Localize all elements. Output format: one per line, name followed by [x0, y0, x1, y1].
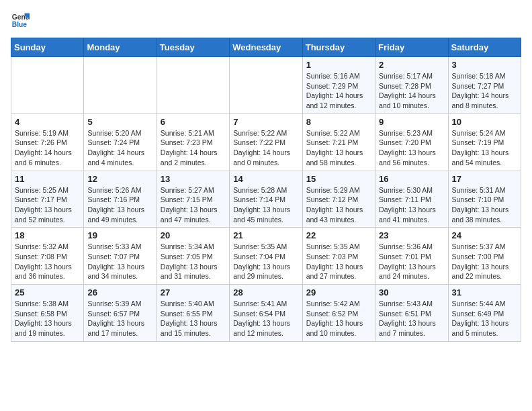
day-info: Sunrise: 5:38 AM Sunset: 6:58 PM Dayligh… — [15, 299, 80, 338]
day-info: Sunrise: 5:21 AM Sunset: 7:23 PM Dayligh… — [161, 128, 226, 168]
day-info: Sunrise: 5:31 AM Sunset: 7:10 PM Dayligh… — [452, 185, 517, 225]
day-number: 6 — [161, 117, 226, 127]
day-info: Sunrise: 5:25 AM Sunset: 7:17 PM Dayligh… — [15, 185, 80, 225]
day-info: Sunrise: 5:44 AM Sunset: 6:49 PM Dayligh… — [452, 299, 517, 338]
day-info: Sunrise: 5:27 AM Sunset: 7:15 PM Dayligh… — [161, 185, 226, 225]
day-number: 7 — [233, 117, 298, 127]
calendar-day-header: Sunday — [11, 38, 84, 57]
day-number: 18 — [15, 230, 80, 240]
calendar-day-cell: 31Sunrise: 5:44 AM Sunset: 6:49 PM Dayli… — [448, 285, 521, 342]
day-info: Sunrise: 5:20 AM Sunset: 7:24 PM Dayligh… — [87, 128, 152, 168]
calendar-day-header: Saturday — [448, 38, 521, 57]
day-number: 28 — [233, 287, 298, 298]
day-number: 21 — [233, 230, 298, 240]
day-number: 16 — [379, 174, 444, 184]
day-info: Sunrise: 5:40 AM Sunset: 6:55 PM Dayligh… — [161, 299, 226, 338]
calendar-day-cell: 27Sunrise: 5:40 AM Sunset: 6:55 PM Dayli… — [157, 285, 229, 342]
day-info: Sunrise: 5:24 AM Sunset: 7:19 PM Dayligh… — [452, 128, 517, 168]
day-info: Sunrise: 5:23 AM Sunset: 7:20 PM Dayligh… — [379, 128, 444, 168]
day-info: Sunrise: 5:18 AM Sunset: 7:27 PM Dayligh… — [452, 71, 517, 111]
day-number: 11 — [15, 174, 80, 184]
calendar-week-row: 11Sunrise: 5:25 AM Sunset: 7:17 PM Dayli… — [11, 171, 521, 228]
day-number: 15 — [306, 174, 371, 184]
day-number: 24 — [452, 230, 517, 240]
calendar-day-cell: 16Sunrise: 5:30 AM Sunset: 7:11 PM Dayli… — [375, 171, 448, 228]
day-info: Sunrise: 5:16 AM Sunset: 7:29 PM Dayligh… — [306, 71, 371, 111]
day-info: Sunrise: 5:33 AM Sunset: 7:07 PM Dayligh… — [87, 242, 152, 281]
day-info: Sunrise: 5:39 AM Sunset: 6:57 PM Dayligh… — [87, 299, 152, 338]
calendar-day-cell: 29Sunrise: 5:42 AM Sunset: 6:52 PM Dayli… — [302, 285, 375, 342]
calendar-day-cell: 2Sunrise: 5:17 AM Sunset: 7:28 PM Daylig… — [375, 57, 448, 114]
day-info: Sunrise: 5:17 AM Sunset: 7:28 PM Dayligh… — [379, 71, 444, 111]
calendar-day-cell: 5Sunrise: 5:20 AM Sunset: 7:24 PM Daylig… — [84, 113, 157, 171]
calendar-day-header: Friday — [375, 38, 448, 57]
day-info: Sunrise: 5:22 AM Sunset: 7:21 PM Dayligh… — [306, 128, 371, 168]
page-header: General Blue — [11, 11, 521, 30]
day-info: Sunrise: 5:22 AM Sunset: 7:22 PM Dayligh… — [233, 128, 298, 168]
day-number: 10 — [452, 117, 517, 127]
calendar-day-cell: 18Sunrise: 5:32 AM Sunset: 7:08 PM Dayli… — [11, 228, 84, 285]
calendar-day-cell — [11, 57, 84, 114]
logo: General Blue — [11, 11, 30, 30]
day-number: 5 — [87, 117, 152, 127]
day-number: 1 — [306, 60, 371, 70]
calendar-table: SundayMondayTuesdayWednesdayThursdayFrid… — [11, 38, 521, 342]
calendar-day-cell: 14Sunrise: 5:28 AM Sunset: 7:14 PM Dayli… — [230, 171, 302, 228]
calendar-day-cell: 21Sunrise: 5:35 AM Sunset: 7:04 PM Dayli… — [230, 228, 302, 285]
calendar-day-cell: 22Sunrise: 5:35 AM Sunset: 7:03 PM Dayli… — [302, 228, 375, 285]
calendar-day-cell: 8Sunrise: 5:22 AM Sunset: 7:21 PM Daylig… — [302, 113, 375, 171]
calendar-day-cell — [157, 57, 229, 114]
calendar-day-cell: 3Sunrise: 5:18 AM Sunset: 7:27 PM Daylig… — [448, 57, 521, 114]
day-number: 29 — [306, 287, 371, 298]
calendar-day-cell: 20Sunrise: 5:34 AM Sunset: 7:05 PM Dayli… — [157, 228, 229, 285]
calendar-day-cell: 10Sunrise: 5:24 AM Sunset: 7:19 PM Dayli… — [448, 113, 521, 171]
day-number: 13 — [161, 174, 226, 184]
calendar-day-cell: 7Sunrise: 5:22 AM Sunset: 7:22 PM Daylig… — [230, 113, 302, 171]
calendar-day-cell: 30Sunrise: 5:43 AM Sunset: 6:51 PM Dayli… — [375, 285, 448, 342]
calendar-day-cell: 25Sunrise: 5:38 AM Sunset: 6:58 PM Dayli… — [11, 285, 84, 342]
day-info: Sunrise: 5:28 AM Sunset: 7:14 PM Dayligh… — [233, 185, 298, 225]
logo-icon: General Blue — [11, 11, 30, 30]
day-number: 23 — [379, 230, 444, 240]
calendar-day-cell: 24Sunrise: 5:37 AM Sunset: 7:00 PM Dayli… — [448, 228, 521, 285]
day-info: Sunrise: 5:35 AM Sunset: 7:04 PM Dayligh… — [233, 242, 298, 281]
calendar-week-row: 18Sunrise: 5:32 AM Sunset: 7:08 PM Dayli… — [11, 228, 521, 285]
day-info: Sunrise: 5:26 AM Sunset: 7:16 PM Dayligh… — [87, 185, 152, 225]
day-number: 8 — [306, 117, 371, 127]
day-info: Sunrise: 5:30 AM Sunset: 7:11 PM Dayligh… — [379, 185, 444, 225]
calendar-day-cell: 19Sunrise: 5:33 AM Sunset: 7:07 PM Dayli… — [84, 228, 157, 285]
calendar-day-cell: 28Sunrise: 5:41 AM Sunset: 6:54 PM Dayli… — [230, 285, 302, 342]
calendar-day-cell: 23Sunrise: 5:36 AM Sunset: 7:01 PM Dayli… — [375, 228, 448, 285]
calendar-day-header: Monday — [84, 38, 157, 57]
calendar-day-cell: 26Sunrise: 5:39 AM Sunset: 6:57 PM Dayli… — [84, 285, 157, 342]
calendar-week-row: 4Sunrise: 5:19 AM Sunset: 7:26 PM Daylig… — [11, 113, 521, 171]
day-info: Sunrise: 5:32 AM Sunset: 7:08 PM Dayligh… — [15, 242, 80, 281]
day-info: Sunrise: 5:34 AM Sunset: 7:05 PM Dayligh… — [161, 242, 226, 281]
day-number: 17 — [452, 174, 517, 184]
day-number: 9 — [379, 117, 444, 127]
day-info: Sunrise: 5:37 AM Sunset: 7:00 PM Dayligh… — [452, 242, 517, 281]
calendar-day-cell: 11Sunrise: 5:25 AM Sunset: 7:17 PM Dayli… — [11, 171, 84, 228]
calendar-day-cell: 6Sunrise: 5:21 AM Sunset: 7:23 PM Daylig… — [157, 113, 229, 171]
calendar-day-header: Tuesday — [157, 38, 229, 57]
day-number: 4 — [15, 117, 80, 127]
calendar-header-row: SundayMondayTuesdayWednesdayThursdayFrid… — [11, 38, 521, 57]
day-number: 20 — [161, 230, 226, 240]
calendar-day-header: Wednesday — [230, 38, 302, 57]
day-number: 2 — [379, 60, 444, 70]
day-number: 14 — [233, 174, 298, 184]
day-info: Sunrise: 5:42 AM Sunset: 6:52 PM Dayligh… — [306, 299, 371, 338]
calendar-day-cell: 15Sunrise: 5:29 AM Sunset: 7:12 PM Dayli… — [302, 171, 375, 228]
calendar-day-cell: 12Sunrise: 5:26 AM Sunset: 7:16 PM Dayli… — [84, 171, 157, 228]
calendar-day-cell: 9Sunrise: 5:23 AM Sunset: 7:20 PM Daylig… — [375, 113, 448, 171]
day-number: 12 — [87, 174, 152, 184]
calendar-day-cell: 17Sunrise: 5:31 AM Sunset: 7:10 PM Dayli… — [448, 171, 521, 228]
day-number: 27 — [161, 287, 226, 298]
day-number: 30 — [379, 287, 444, 298]
svg-text:Blue: Blue — [12, 21, 28, 28]
day-number: 3 — [452, 60, 517, 70]
day-info: Sunrise: 5:29 AM Sunset: 7:12 PM Dayligh… — [306, 185, 371, 225]
day-number: 31 — [452, 287, 517, 298]
day-info: Sunrise: 5:35 AM Sunset: 7:03 PM Dayligh… — [306, 242, 371, 281]
calendar-day-cell: 13Sunrise: 5:27 AM Sunset: 7:15 PM Dayli… — [157, 171, 229, 228]
